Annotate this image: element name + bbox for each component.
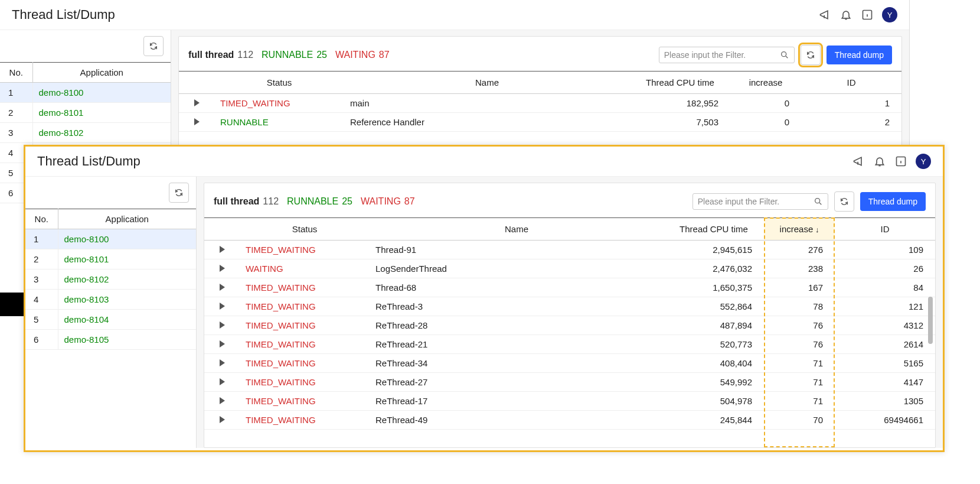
waiting-count: 87 [404, 196, 415, 207]
col-no[interactable]: No. [25, 209, 58, 229]
thread-row[interactable]: TIMED_WAITING ReThread-3 552,864 78 121 [204, 297, 935, 316]
col-application[interactable]: Application [32, 63, 171, 83]
info-box-icon[interactable] [861, 8, 874, 21]
col-application[interactable]: Application [58, 209, 196, 229]
thread-row[interactable]: TIMED_WAITING ReThread-34 408,404 71 516… [204, 354, 935, 373]
announce-icon[interactable] [818, 8, 831, 21]
avatar[interactable]: Y [916, 154, 931, 169]
app-row[interactable]: 2demo-8101 [25, 249, 196, 269]
app-row[interactable]: 6demo-8105 [25, 330, 196, 350]
bell-icon[interactable] [839, 8, 852, 21]
thread-increase: 0 [730, 94, 801, 113]
thread-id: 4312 [835, 316, 935, 335]
col-name[interactable]: Name [370, 218, 664, 241]
col-id[interactable]: ID [835, 218, 935, 241]
thread-dump-panel-front: Thread List/Dump Y No. Application 1demo… [24, 145, 945, 452]
runnable-count: 25 [342, 196, 352, 207]
expand-toggle[interactable] [204, 335, 240, 354]
expand-toggle[interactable] [179, 113, 214, 132]
thread-increase: 78 [764, 297, 835, 316]
thread-cpu: 549,992 [664, 373, 764, 392]
info-box-icon[interactable] [894, 155, 907, 168]
search-icon [780, 50, 789, 60]
thread-row[interactable]: TIMED_WAITING Thread-91 2,945,615 276 10… [204, 241, 935, 259]
thread-status: TIMED_WAITING [240, 316, 370, 335]
expand-toggle[interactable] [204, 316, 240, 335]
thread-status: TIMED_WAITING [240, 411, 370, 430]
col-cpu[interactable]: Thread CPU time [664, 218, 764, 241]
col-status[interactable]: Status [240, 218, 370, 241]
header-icons: Y [852, 154, 931, 169]
col-increase[interactable]: increase [730, 72, 801, 94]
thread-row[interactable]: WAITING LogSenderThread 2,476,032 238 26 [204, 259, 935, 278]
thread-row[interactable]: TIMED_WAITING main 182,952 0 1 [179, 94, 901, 113]
filter-search-box[interactable] [659, 47, 795, 63]
expand-toggle[interactable] [204, 392, 240, 411]
thread-row[interactable]: TIMED_WAITING Thread-68 1,650,375 167 84 [204, 278, 935, 297]
thread-row[interactable]: TIMED_WAITING ReThread-27 549,992 71 414… [204, 373, 935, 392]
thread-status: TIMED_WAITING [240, 392, 370, 411]
filter-input[interactable] [664, 50, 780, 60]
col-cpu[interactable]: Thread CPU time [630, 72, 730, 94]
thread-table: Status Name Thread CPU time increase ID … [204, 217, 935, 430]
col-increase-sorted[interactable]: increase [764, 218, 835, 241]
thread-row[interactable]: TIMED_WAITING ReThread-17 504,978 71 130… [204, 392, 935, 411]
thread-row[interactable]: RUNNABLE Reference Handler 7,503 0 2 [179, 113, 901, 132]
expand-toggle[interactable] [204, 297, 240, 316]
thread-status: TIMED_WAITING [240, 241, 370, 259]
refresh-icon [839, 197, 849, 206]
thread-name: ReThread-28 [370, 316, 664, 335]
expand-toggle[interactable] [179, 94, 214, 113]
thread-row[interactable]: TIMED_WAITING ReThread-21 520,773 76 261… [204, 335, 935, 354]
thread-cpu: 2,945,615 [664, 241, 764, 259]
thread-id: 109 [835, 241, 935, 259]
thread-increase: 76 [764, 316, 835, 335]
avatar[interactable]: Y [882, 7, 897, 22]
refresh-sidebar-button[interactable] [169, 183, 189, 203]
expand-toggle[interactable] [204, 278, 240, 297]
filter-search-box[interactable] [692, 193, 828, 210]
svg-point-1 [781, 52, 786, 57]
refresh-threads-button[interactable] [834, 191, 854, 212]
thread-row[interactable]: TIMED_WAITING ReThread-28 487,894 76 431… [204, 316, 935, 335]
app-row[interactable]: 2demo-8101 [0, 103, 171, 123]
expand-toggle[interactable] [204, 259, 240, 278]
app-row[interactable]: 3demo-8102 [0, 123, 171, 143]
announce-icon[interactable] [852, 155, 865, 168]
app-name: demo-8101 [58, 249, 196, 269]
thread-row[interactable]: TIMED_WAITING ReThread-49 245,844 70 694… [204, 411, 935, 430]
col-id[interactable]: ID [801, 72, 901, 94]
expand-toggle[interactable] [204, 411, 240, 430]
refresh-threads-button[interactable] [801, 45, 821, 65]
thread-cpu: 504,978 [664, 392, 764, 411]
thread-status: WAITING [240, 259, 370, 278]
col-no[interactable]: No. [0, 63, 32, 83]
app-name: demo-8100 [32, 83, 171, 103]
app-row[interactable]: 5demo-8104 [25, 310, 196, 330]
app-row[interactable]: 1demo-8100 [0, 83, 171, 103]
expand-toggle[interactable] [204, 354, 240, 373]
filter-input[interactable] [698, 197, 814, 206]
col-name[interactable]: Name [344, 72, 630, 94]
thread-name: ReThread-3 [370, 297, 664, 316]
main-area: full thread 112 RUNNABLE 25 WAITING 87 T… [197, 177, 943, 448]
thread-name: LogSenderThread [370, 259, 664, 278]
panel-body: No. Application 1demo-81002demo-81013dem… [25, 177, 943, 448]
app-row[interactable]: 3demo-8102 [25, 269, 196, 290]
runnable-label: RUNNABLE [287, 196, 338, 207]
refresh-sidebar-button[interactable] [143, 36, 164, 56]
bell-icon[interactable] [873, 155, 886, 168]
thread-dump-button[interactable]: Thread dump [860, 192, 926, 211]
expand-icon [220, 303, 225, 310]
col-status[interactable]: Status [214, 72, 344, 94]
scrollbar[interactable] [928, 297, 933, 344]
app-row[interactable]: 1demo-8100 [25, 229, 196, 249]
full-thread-count: 112 [263, 196, 279, 207]
expand-icon [220, 265, 225, 272]
waiting-count: 87 [379, 50, 390, 60]
app-row[interactable]: 4demo-8103 [25, 290, 196, 310]
col-expand [204, 218, 240, 241]
thread-dump-button[interactable]: Thread dump [827, 46, 892, 64]
expand-toggle[interactable] [204, 373, 240, 392]
expand-toggle[interactable] [204, 241, 240, 259]
